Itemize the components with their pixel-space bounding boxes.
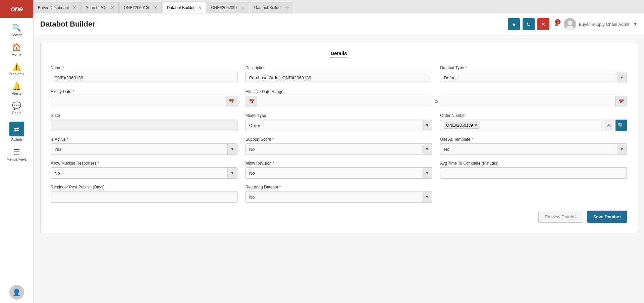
expiry-date-group: Expiry Date * 📅: [51, 89, 237, 107]
tab-search-pos[interactable]: Search POs ✕: [81, 2, 119, 13]
recurring-select[interactable]: No Yes: [246, 191, 422, 202]
sidebar-label-search: Search: [11, 33, 22, 37]
user-area: Buyer Supply Chain Admin ▼: [564, 18, 637, 30]
problems-icon: ⚠️: [12, 63, 21, 71]
form-grid: Name * Description Databot Type *: [51, 66, 627, 203]
allow-revision-label: Allow Revision *: [246, 161, 432, 166]
order-number-tag-remove[interactable]: ✕: [474, 123, 478, 128]
recurring-arrow: ▼: [422, 191, 432, 202]
state-input[interactable]: [51, 120, 237, 131]
notification-badge: 1: [555, 19, 560, 25]
expiry-date-label: Expiry Date *: [51, 89, 237, 94]
description-group: Description: [246, 66, 432, 83]
close-button[interactable]: ✕: [537, 18, 549, 30]
allow-revision-arrow: ▼: [422, 168, 432, 178]
menus-icon: ☰: [13, 148, 20, 156]
reminder-input[interactable]: [51, 191, 237, 203]
avatar[interactable]: 👤: [9, 285, 24, 300]
effective-date-to-label: to: [434, 99, 438, 104]
tab-close-databot-builder-1[interactable]: ✕: [198, 5, 202, 10]
use-as-template-select-wrap: No Yes ▼: [440, 143, 627, 155]
empty-cell: [440, 185, 627, 203]
allow-revision-select[interactable]: No Yes: [246, 168, 422, 178]
allow-revision-select-wrap: No Yes ▼: [246, 167, 432, 179]
page-content: Details Name * Description: [34, 35, 644, 303]
allow-multiple-select[interactable]: No Yes: [51, 168, 227, 178]
app-logo[interactable]: one: [0, 0, 33, 18]
user-dropdown-arrow[interactable]: ▼: [633, 22, 637, 27]
tab-close-one-2060139[interactable]: ✕: [154, 5, 158, 10]
order-number-wrap: ONE#2060139 ✕ ✕ 🔍: [440, 120, 627, 131]
tab-close-search-pos[interactable]: ✕: [111, 5, 114, 10]
tab-label-one-2067097: ONE#2067097: [211, 5, 237, 10]
allow-multiple-label: Allow Multiple Responses *: [51, 161, 237, 166]
name-group: Name *: [51, 66, 237, 83]
preview-databot-button[interactable]: Preview Databot: [538, 211, 583, 223]
tab-close-databot-builder-2[interactable]: ✕: [285, 5, 289, 10]
tab-one-2060139[interactable]: ONE#2060139 ✕: [119, 2, 162, 13]
allow-multiple-select-wrap: No Yes ▼: [51, 167, 237, 179]
support-score-arrow: ▼: [422, 144, 432, 155]
name-input[interactable]: [51, 72, 237, 83]
tab-label-one-2060139: ONE#2060139: [124, 5, 150, 10]
is-active-label: Is Active *: [51, 137, 237, 142]
refresh-button[interactable]: ↻: [523, 18, 535, 30]
sidebar-item-problems[interactable]: ⚠️ Problems: [0, 60, 33, 79]
form-card: Details Name * Description: [40, 42, 637, 233]
save-databot-button[interactable]: Save Databot: [587, 211, 627, 223]
effective-date-from-wrap: 📅: [246, 96, 433, 107]
svg-point-1: [568, 20, 572, 25]
description-input[interactable]: [246, 72, 432, 83]
effective-date-from-input[interactable]: [257, 96, 432, 107]
tab-label-buyer-dashboard: Buyer Dashboard: [38, 5, 69, 10]
tab-buyer-dashboard[interactable]: Buyer Dashboard ✕: [34, 2, 80, 13]
tab-close-one-2067097[interactable]: ✕: [241, 5, 245, 10]
effective-date-to-input[interactable]: [440, 96, 615, 107]
allow-multiple-arrow: ▼: [227, 168, 237, 178]
is-active-select[interactable]: Yes No: [51, 144, 227, 155]
sidebar-item-home[interactable]: 🏠 Home: [0, 40, 33, 60]
effective-date-label: Effective Date Range: [246, 89, 627, 94]
support-score-select[interactable]: No Yes: [246, 144, 422, 155]
order-number-group: Order Number ONE#2060139 ✕ ✕ 🔍: [440, 113, 627, 131]
user-avatar: [564, 18, 576, 30]
use-as-template-group: Use As Template * No Yes ▼: [440, 137, 627, 155]
tab-label-databot-builder-1: Databot Builder: [167, 5, 195, 10]
sidebar-item-switch[interactable]: ⇄ Switch: [0, 118, 33, 145]
menu-button-wrap: ≡ 1: [552, 20, 561, 28]
expiry-date-input[interactable]: [51, 96, 226, 107]
logo-text: one: [10, 5, 22, 13]
sidebar-item-menus[interactable]: ☰ Menus/Favs: [0, 145, 33, 165]
eff-from-calendar-icon[interactable]: 📅: [246, 96, 257, 107]
sidebar-item-search[interactable]: 🔍 Search: [0, 21, 33, 40]
state-group: State: [51, 113, 237, 131]
model-type-label: Model Type: [246, 113, 432, 118]
order-number-search-button[interactable]: 🔍: [615, 120, 627, 131]
sidebar-label-home: Home: [12, 52, 21, 56]
databot-type-select[interactable]: Default: [440, 72, 617, 83]
tab-label-databot-builder-2: Databot Builder: [254, 5, 282, 10]
order-number-clear-button[interactable]: ✕: [604, 120, 614, 131]
page-header: Databot Builder ★ ↻ ✕ ≡ 1 Buyer Supply C…: [34, 13, 644, 35]
databot-type-arrow: ▼: [617, 72, 627, 83]
tab-close-buyer-dashboard[interactable]: ✕: [72, 5, 76, 10]
model-type-select[interactable]: Order: [246, 120, 422, 131]
tab-databot-builder-2[interactable]: Databot Builder ✕: [250, 2, 293, 13]
use-as-template-select[interactable]: No Yes: [440, 144, 617, 155]
favorite-button[interactable]: ★: [508, 18, 520, 30]
use-as-template-arrow: ▼: [617, 144, 627, 155]
tab-databot-builder-1[interactable]: Databot Builder ✕: [163, 2, 206, 13]
support-score-group: Support Score * No Yes ▼: [246, 137, 432, 155]
model-type-select-wrap: Order ▼: [246, 120, 432, 131]
sidebar-item-chats[interactable]: 💬 Chats: [0, 99, 33, 118]
expiry-calendar-icon[interactable]: 📅: [226, 96, 237, 107]
eff-to-calendar-icon[interactable]: 📅: [615, 96, 627, 107]
is-active-select-wrap: Yes No ▼: [51, 143, 237, 155]
sidebar-label-alerts: Alerts: [12, 91, 21, 95]
section-title-wrap: Details: [51, 50, 627, 57]
support-score-label: Support Score *: [246, 137, 432, 142]
tab-one-2067097[interactable]: ONE#2067097 ✕: [207, 2, 249, 13]
avg-time-input[interactable]: [440, 167, 627, 179]
sidebar-item-alerts[interactable]: 🔔 Alerts: [0, 79, 33, 99]
sidebar-bottom: 👤: [0, 285, 33, 303]
